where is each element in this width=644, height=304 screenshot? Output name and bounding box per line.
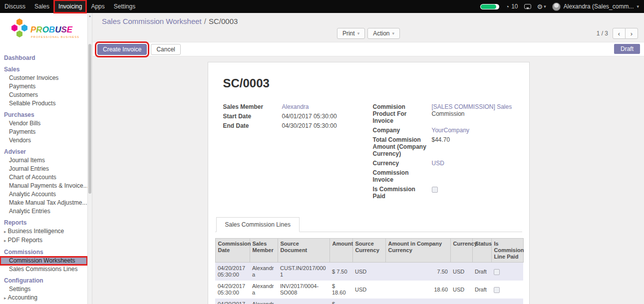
- print-button[interactable]: Print▾: [337, 28, 365, 39]
- progress-fill: [481, 4, 496, 9]
- is-commission-paid-checkbox: [432, 187, 438, 193]
- breadcrumb-parent[interactable]: Sales Commission Worksheet: [102, 17, 202, 25]
- sidebar-item-sellable-products[interactable]: Sellable Products: [0, 99, 87, 108]
- user-menu[interactable]: Alexandra (Sales_comm... ▾: [552, 2, 639, 11]
- scrollbar-thumb[interactable]: [88, 44, 91, 194]
- scroll-up-icon[interactable]: ▲: [88, 13, 92, 17]
- col-amount[interactable]: Amount: [329, 239, 352, 263]
- sidebar-section-reports[interactable]: Reports: [0, 218, 87, 227]
- sidebar-scrollbar[interactable]: ▲: [87, 13, 92, 304]
- sidebar-item-journal-items[interactable]: Journal Items: [0, 156, 87, 165]
- col-amount-company-currency[interactable]: Amount in Company Currency: [385, 239, 450, 263]
- sidebar-item-business-intelligence[interactable]: ▸Business Intelligence: [0, 227, 87, 236]
- sidebar-item-commission-worksheets[interactable]: Commission Worksheets: [0, 257, 87, 265]
- sidebar-section-commissions[interactable]: Commissions: [0, 248, 87, 257]
- status-badge-draft[interactable]: Draft: [614, 44, 640, 54]
- company-logo[interactable]: PROBUSE PROFESSIONAL BUSINESS: [0, 13, 92, 51]
- pager-previous-button[interactable]: ‹: [613, 28, 626, 39]
- sidebar-section-configuration[interactable]: Configuration: [0, 276, 87, 285]
- end-date-value: 04/30/2017 05:30:00: [282, 122, 373, 129]
- sidebar-item-pdf-reports[interactable]: ▸PDF Reports: [0, 236, 87, 245]
- menu-invoicing[interactable]: Invoicing: [54, 0, 86, 13]
- user-name: Alexandra (Sales_comm...: [564, 3, 634, 10]
- sidebar-item-manual-payments-invoice[interactable]: Manual Payments & Invoice...: [0, 182, 87, 190]
- main-content: Sales Commission Worksheet/SC/0003 Print…: [93, 13, 644, 304]
- topbar: Discuss Sales Invoicing Apps Settings ◔ …: [0, 0, 644, 13]
- sidebar-item-customers[interactable]: Customers: [0, 91, 87, 99]
- col-is-commission-line-paid[interactable]: Is Commision Line Paid: [491, 239, 523, 263]
- sidebar-item-journal-entries[interactable]: Journal Entries: [0, 165, 87, 173]
- caret-down-icon: ▾: [357, 31, 360, 36]
- form-button-bar: Create Invoice Cancel Draft: [93, 42, 644, 56]
- col-currency[interactable]: Currency: [450, 239, 472, 263]
- sidebar-item-chart-of-accounts[interactable]: Chart of Accounts: [0, 173, 87, 182]
- label-commission-product: Commision Product For Invoice: [373, 103, 432, 124]
- tab-sales-commission-lines[interactable]: Sales Commission Lines: [216, 217, 300, 232]
- label-end-date: End Date: [223, 122, 282, 129]
- sidebar-section-dashboard[interactable]: Dashboard: [0, 53, 87, 62]
- main-menu: Discuss Sales Invoicing Apps Settings: [0, 0, 140, 13]
- col-source-currency[interactable]: Source Currency: [352, 239, 385, 263]
- breadcrumb-current: SC/0003: [209, 17, 238, 25]
- create-invoice-button[interactable]: Create Invoice: [97, 44, 147, 55]
- sidebar-item-analytic-accounts[interactable]: Analytic Accounts: [0, 190, 87, 199]
- control-buttons: Print▾ Action▾: [93, 28, 644, 39]
- topbar-right: ◔ 10 ⚙ ▾ Alexandra (Sales_comm... ▾: [480, 0, 644, 13]
- sidebar-section-purchases[interactable]: Purchases: [0, 110, 87, 119]
- col-status[interactable]: Status: [472, 239, 491, 263]
- table-row[interactable]: 04/20/2017 10:35:53 Alexandra SO008 $ 18…: [215, 299, 523, 304]
- cancel-button[interactable]: Cancel: [151, 44, 180, 55]
- label-currency: Currency: [373, 160, 432, 167]
- debug-menu[interactable]: ⚙ ▾: [537, 3, 546, 10]
- table-row[interactable]: 04/20/2017 05:30:00 Alexandra CUST.IN/20…: [215, 263, 523, 281]
- sidebar-item-settings[interactable]: Settings: [0, 285, 87, 294]
- sidebar-item-sales-commissions-lines[interactable]: Sales Commissions Lines: [0, 265, 87, 274]
- sidebar-item-sales-payments[interactable]: Payments: [0, 82, 87, 91]
- avatar: [552, 2, 561, 11]
- sidebar-item-vendor-bills[interactable]: Vendor Bills: [0, 119, 87, 128]
- breadcrumb-separator: /: [204, 17, 206, 25]
- sidebar-section-sales[interactable]: Sales: [0, 65, 87, 74]
- menu-sales[interactable]: Sales: [30, 0, 54, 13]
- menu-settings[interactable]: Settings: [109, 0, 140, 13]
- action-button[interactable]: Action▾: [367, 28, 400, 39]
- menu-discuss[interactable]: Discuss: [0, 0, 30, 13]
- commission-product-value[interactable]: [SALES COMMISSION] Sales: [432, 103, 514, 110]
- label-is-commission-paid: Is Commission Paid: [373, 186, 432, 200]
- progress-indicator: [480, 4, 499, 9]
- caret-right-icon: ▸: [4, 229, 6, 234]
- label-company: Company: [373, 127, 432, 134]
- table-row[interactable]: 04/20/2017 05:30:00 Alexandra INV/2017/0…: [215, 281, 523, 299]
- notebook-tabs: Sales Commission Lines: [215, 217, 522, 232]
- caret-down-icon: ▾: [392, 31, 395, 36]
- chevron-left-icon: ‹: [618, 30, 620, 37]
- commission-lines-table: Commission Date Sales Member Source Docu…: [215, 238, 524, 304]
- company-value[interactable]: YourCompany: [432, 127, 470, 134]
- col-sales-member[interactable]: Sales Member: [250, 239, 278, 263]
- sidebar-item-analytic-entries[interactable]: Analytic Entries: [0, 207, 87, 216]
- form-sheet: SC/0003 Sales Member Alexandra Start Dat…: [208, 62, 530, 304]
- label-commission-invoice: Commission Invoice: [373, 169, 432, 183]
- menu-apps[interactable]: Apps: [86, 0, 109, 13]
- caret-right-icon: ▸: [4, 296, 6, 301]
- currency-value[interactable]: USD: [432, 160, 444, 167]
- gear-icon: ⚙: [537, 3, 543, 10]
- pager-next-button[interactable]: ›: [625, 28, 638, 39]
- sidebar-item-accounting[interactable]: ▸Accounting: [0, 294, 87, 303]
- sidebar-section-adviser[interactable]: Adviser: [0, 147, 87, 156]
- sales-member-value[interactable]: Alexandra: [282, 103, 309, 110]
- label-total-commission-amount: Total Commision Amount (Company Currency…: [373, 136, 432, 157]
- sidebar-item-make-manual-tax-adjustments[interactable]: Make Manual Tax Adjustme...: [0, 199, 87, 207]
- sidebar-item-vendors[interactable]: Vendors: [0, 136, 87, 145]
- chat-icon[interactable]: [524, 4, 531, 9]
- pager: 1 / 3 ‹ ›: [597, 28, 638, 39]
- sidebar-item-customer-invoices[interactable]: Customer Invoices: [0, 74, 87, 82]
- col-source-document[interactable]: Source Document: [278, 239, 329, 263]
- sidebar-item-purchase-payments[interactable]: Payments: [0, 128, 87, 136]
- probuse-logo-graphic: PROBUSE PROFESSIONAL BUSINESS: [8, 17, 83, 47]
- caret-right-icon: ▸: [4, 238, 6, 243]
- caret-down-icon: ▾: [544, 4, 546, 9]
- line-paid-checkbox: [494, 269, 500, 275]
- col-commission-date[interactable]: Commission Date: [215, 239, 250, 263]
- activity-counter[interactable]: ◔ 10: [505, 3, 518, 10]
